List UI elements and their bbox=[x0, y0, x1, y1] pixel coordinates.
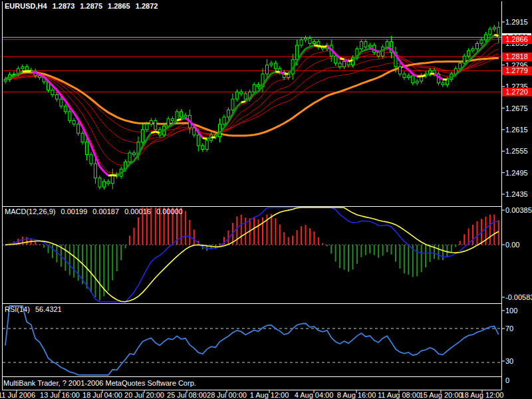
price-tick-label: 1.2495 bbox=[505, 169, 528, 177]
time-tick-label: 13 Jul 16:00 bbox=[40, 391, 80, 399]
macd-value-1: 0.00199 bbox=[61, 207, 87, 215]
time-tick-label: 11 Jul 2006 bbox=[0, 391, 35, 399]
time-tick-label: 25 Jul 08:00 bbox=[167, 391, 207, 399]
main-price-chart[interactable] bbox=[3, 21, 501, 190]
time-tick-label: 15 Aug 20:00 bbox=[420, 391, 463, 399]
rsi-value: 56.4321 bbox=[35, 305, 62, 313]
time-tick-label: 4 Aug 04:00 bbox=[295, 391, 334, 399]
ohlc-close-value: 1.2872 bbox=[136, 2, 158, 10]
time-tick-label: 1 Aug 12:00 bbox=[250, 391, 289, 399]
rsi-tick-label: 30 bbox=[505, 357, 513, 365]
macd-value-3: 0.00016 bbox=[124, 207, 151, 215]
rsi-label-row: RSI(14) 56.4321 bbox=[5, 305, 65, 313]
time-tick-label: 28 Jul 00:00 bbox=[207, 391, 247, 399]
price-level-badge: 1.2866 bbox=[502, 35, 531, 44]
price-level-badge: 1.2779 bbox=[502, 66, 531, 75]
rsi-tick-label: 70 bbox=[505, 325, 513, 332]
time-tick-label: 18 Aug 12:00 bbox=[461, 391, 504, 399]
rsi-label: RSI(14) bbox=[5, 305, 30, 313]
price-level-badge: 1.2818 bbox=[502, 53, 531, 61]
time-tick-label: 18 Jul 04:00 bbox=[82, 391, 122, 399]
macd-value-2: 0.00187 bbox=[92, 207, 119, 215]
chart-canvas[interactable] bbox=[0, 0, 532, 399]
price-tick-label: 1.2915 bbox=[505, 18, 528, 26]
macd-value-4: 0.00000 bbox=[156, 207, 183, 215]
time-tick-label: 11 Aug 08:00 bbox=[378, 391, 420, 399]
price-level-badge: 1.2720 bbox=[502, 88, 531, 96]
macd-label-row: MACD(12,26,9) 0.00199 0.00187 0.00016 0.… bbox=[5, 207, 186, 215]
price-tick-label: 1.2435 bbox=[505, 190, 528, 198]
price-tick-label: 1.2675 bbox=[505, 104, 528, 112]
chart-title: EURUSD,H4 1.2873 1.2875 1.2865 1.2872 bbox=[5, 2, 161, 10]
rsi-tick-label: 0 bbox=[505, 376, 509, 384]
price-tick-label: 1.2555 bbox=[505, 147, 528, 155]
macd-label: MACD(12,26,9) bbox=[5, 207, 55, 215]
time-tick-label: 8 Aug 16:00 bbox=[337, 391, 376, 399]
macd-tick-label: -0.00583 bbox=[505, 293, 532, 301]
price-tick-label: 1.2615 bbox=[505, 126, 528, 134]
rsi-indicator-panel[interactable] bbox=[3, 306, 501, 375]
ohlc-open-value: 1.2873 bbox=[53, 2, 75, 10]
macd-tick-label: 0.00385 bbox=[505, 206, 532, 214]
ohlc-low-value: 1.2865 bbox=[108, 2, 130, 10]
macd-tick-label: 0.00 bbox=[505, 241, 519, 249]
macd-indicator-panel[interactable] bbox=[3, 207, 501, 302]
copyright-label: MultiBank Trader, ? 2001-2006 MetaQuotes… bbox=[3, 379, 196, 387]
symbol-period-label: EURUSD,H4 bbox=[5, 2, 47, 10]
rsi-tick-label: 100 bbox=[505, 307, 517, 315]
ohlc-high-value: 1.2875 bbox=[80, 2, 102, 10]
time-tick-label: 20 Jul 20:00 bbox=[124, 391, 164, 399]
trading-chart-window: EURUSD,H4 1.2873 1.2875 1.2865 1.2872 MA… bbox=[0, 0, 532, 399]
